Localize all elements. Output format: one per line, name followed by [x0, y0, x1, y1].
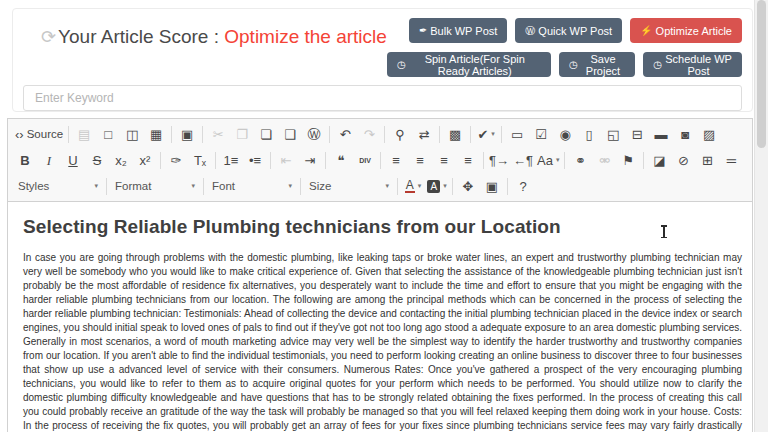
- text-cursor: [663, 225, 665, 238]
- cut-button[interactable]: ✂: [206, 124, 230, 144]
- paste-word-button[interactable]: Ⓦ: [302, 124, 326, 144]
- format-combo[interactable]: Format▾: [110, 176, 200, 196]
- background-color-button[interactable]: A▾: [425, 176, 449, 196]
- templates-button[interactable]: ▣: [175, 124, 199, 144]
- superscript-button[interactable]: x²: [133, 150, 157, 170]
- bulk-wp-post-button[interactable]: ✒Bulk WP Post: [409, 18, 507, 43]
- toolbar-separator: [384, 126, 385, 143]
- toolbar-separator: [643, 152, 644, 169]
- subscript-button[interactable]: x₂: [109, 150, 133, 170]
- copy-button[interactable]: ❐: [230, 124, 254, 144]
- article-score-title: ⟳Your Article Score : Optimize the artic…: [23, 16, 387, 48]
- justify-center-button[interactable]: ≡: [408, 150, 432, 170]
- scrollbar[interactable]: [754, 0, 768, 432]
- text-color-button[interactable]: A▾: [401, 176, 425, 196]
- clipboard-icon: ❏: [260, 128, 272, 141]
- new-page-button[interactable]: □: [96, 124, 120, 144]
- print-button[interactable]: ▦: [144, 124, 168, 144]
- replace-button[interactable]: ⇄: [412, 124, 436, 144]
- button-label: Optimize Article: [656, 25, 732, 37]
- smiley-button[interactable]: ☺: [743, 150, 747, 170]
- remove-format-button[interactable]: Tₓ: [188, 150, 212, 170]
- link-button[interactable]: ⚭: [568, 150, 592, 170]
- font-combo[interactable]: Font▾: [207, 176, 297, 196]
- indent-button[interactable]: ⇥: [298, 150, 322, 170]
- quick-wp-post-button[interactable]: ⓌQuick WP Post: [515, 18, 622, 43]
- editor-content-area[interactable]: Selecting Reliable Plumbing technicians …: [8, 202, 752, 432]
- language-button[interactable]: Aa▾: [535, 150, 561, 170]
- bidi-rtl-button[interactable]: ←¶: [511, 150, 535, 170]
- spin-article-button[interactable]: ◷Spin Article(For Spin Ready Articles): [387, 52, 551, 77]
- textarea-button[interactable]: ◱: [601, 124, 625, 144]
- justify-left-button[interactable]: ≡: [384, 150, 408, 170]
- form-button[interactable]: ▭: [505, 124, 529, 144]
- checkbox-button[interactable]: ☑: [529, 124, 553, 144]
- bold-button[interactable]: B: [13, 150, 37, 170]
- bold-icon: B: [20, 154, 29, 167]
- bidi-ltr-button[interactable]: ¶→: [487, 150, 511, 170]
- blockquote-button[interactable]: ❝: [329, 150, 353, 170]
- chevron-down-icon: ▾: [491, 130, 495, 138]
- justify-right-button[interactable]: ≡: [432, 150, 456, 170]
- save-project-button[interactable]: ◷Save Project: [559, 52, 635, 77]
- show-blocks-icon: ▣: [486, 180, 498, 193]
- show-blocks-button[interactable]: ▣: [480, 176, 504, 196]
- horizontal-rule-button[interactable]: ═: [719, 150, 743, 170]
- paste-button[interactable]: ❏: [254, 124, 278, 144]
- copy-formatting-button[interactable]: ✑: [164, 150, 188, 170]
- schedule-wp-post-button[interactable]: ◷Schedule WP Post: [643, 52, 742, 77]
- toolbar-separator: [564, 152, 565, 169]
- question-mark-icon: ?: [519, 180, 526, 193]
- outdent-button[interactable]: ⇤: [274, 150, 298, 170]
- select-all-icon: ▩: [449, 128, 461, 141]
- italic-button[interactable]: I: [37, 150, 61, 170]
- redo-button[interactable]: ↷: [357, 124, 381, 144]
- div-container-button[interactable]: DIV: [353, 150, 377, 170]
- styles-combo[interactable]: Styles▾: [13, 176, 103, 196]
- justify-block-button[interactable]: ≡: [456, 150, 480, 170]
- strikethrough-button[interactable]: S: [85, 150, 109, 170]
- outdent-icon: ⇤: [281, 154, 292, 167]
- refresh-icon[interactable]: ⟳: [41, 27, 56, 47]
- copy-icon: ❐: [236, 128, 248, 141]
- image-button-button[interactable]: ◙: [673, 124, 697, 144]
- select-field-button[interactable]: ⊟: [625, 124, 649, 144]
- paste-text-button[interactable]: ❑: [278, 124, 302, 144]
- keyword-input[interactable]: [23, 85, 742, 111]
- find-button[interactable]: ⚲: [388, 124, 412, 144]
- button-field-button[interactable]: ▬: [649, 124, 673, 144]
- text-field-button[interactable]: ▯: [577, 124, 601, 144]
- hidden-field-button[interactable]: ▨: [697, 124, 721, 144]
- toolbar-separator: [202, 126, 203, 143]
- save-button[interactable]: ▤: [72, 124, 96, 144]
- optimize-article-button[interactable]: ⚡Optimize Article: [630, 18, 742, 43]
- replace-icon: ⇄: [419, 128, 430, 141]
- about-button[interactable]: ?: [511, 176, 535, 196]
- undo-button[interactable]: ↶: [333, 124, 357, 144]
- select-all-button[interactable]: ▩: [443, 124, 467, 144]
- floppy-disk-icon: ▤: [78, 128, 90, 141]
- spellcheck-button[interactable]: ✔▾: [474, 124, 498, 144]
- unlink-button[interactable]: ⚮: [592, 150, 616, 170]
- anchor-button[interactable]: ⚑: [616, 150, 640, 170]
- flash-button[interactable]: ⊘: [671, 150, 695, 170]
- bulleted-list-button[interactable]: •≡: [243, 150, 267, 170]
- toolbar-separator: [507, 178, 508, 195]
- language-icon: Aa: [537, 154, 553, 167]
- source-button[interactable]: ‹›Source: [13, 124, 65, 144]
- article-body: In case you are going through problems w…: [23, 251, 742, 432]
- radio-button[interactable]: ◉: [553, 124, 577, 144]
- maximize-button[interactable]: ✥: [456, 176, 480, 196]
- redo-arrow-icon: ↷: [364, 128, 375, 141]
- image-button[interactable]: ◪: [647, 150, 671, 170]
- button-label: Bulk WP Post: [430, 25, 497, 37]
- underline-button[interactable]: U: [61, 150, 85, 170]
- scrollbar-thumb[interactable]: [757, 0, 766, 148]
- preview-button[interactable]: ◫: [120, 124, 144, 144]
- size-combo[interactable]: Size▾: [304, 176, 394, 196]
- table-button[interactable]: ⊞: [695, 150, 719, 170]
- chevron-down-icon: ▾: [556, 156, 560, 164]
- toolbar-separator: [203, 178, 204, 195]
- chevron-down-icon: ▾: [443, 182, 447, 190]
- numbered-list-button[interactable]: 1≡: [219, 150, 243, 170]
